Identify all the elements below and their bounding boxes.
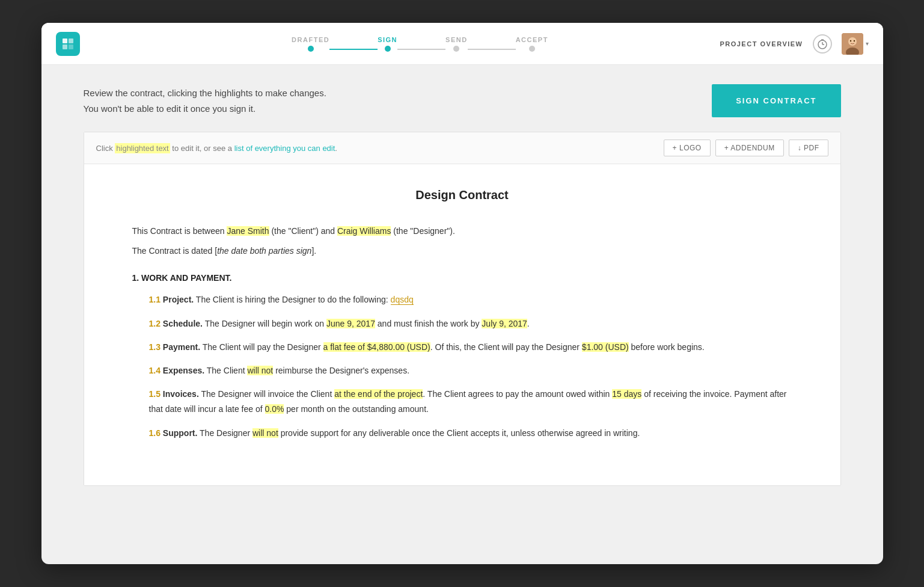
step-drafted-label: DRAFTED: [292, 36, 329, 43]
avatar: [842, 33, 863, 55]
subsection-1-6: 1.6 Support. The Designer will not provi…: [149, 426, 792, 441]
review-line1: Review the contract, clicking the highli…: [84, 85, 326, 101]
svg-point-12: [853, 40, 854, 41]
step-send-label: SEND: [445, 36, 468, 43]
hint-middle: to edit it, or see a: [170, 144, 234, 153]
client-name[interactable]: Jane Smith: [227, 226, 269, 236]
sub-1-1-title: Project.: [163, 295, 194, 304]
review-text: Review the contract, clicking the highli…: [84, 85, 326, 116]
sub-1-3-prefix: The Client will pay the Designer: [200, 342, 323, 352]
pdf-button[interactable]: ↓ PDF: [789, 140, 828, 156]
sub-1-2-date1[interactable]: June 9, 2017: [326, 319, 375, 328]
sub-1-5-prefix: The Designer will invoice the Client: [199, 389, 334, 399]
contract-dated: The Contract is dated [the date both par…: [132, 244, 792, 259]
sub-1-3-payment2[interactable]: $1.00 (USD): [582, 342, 629, 352]
contract-title: Design Contract: [132, 188, 792, 202]
step-line-2: [397, 49, 445, 50]
sign-contract-button[interactable]: SIGN CONTRACT: [712, 84, 840, 117]
nav-steps: DRAFTED SIGN SEND: [128, 36, 712, 52]
sub-1-3-num: 1.3: [149, 342, 163, 352]
dated-suffix: ].: [311, 246, 316, 256]
sub-1-2-title: Schedule.: [163, 319, 203, 328]
subsection-1-2: 1.2 Schedule. The Designer will begin wo…: [149, 316, 792, 331]
step-accept-label: ACCEPT: [516, 36, 548, 43]
step-drafted[interactable]: DRAFTED: [292, 36, 329, 52]
sub-1-5-num: 1.5: [149, 389, 163, 399]
svg-rect-3: [69, 45, 73, 49]
designer-name[interactable]: Craig Williams: [337, 226, 391, 236]
subsection-1-5: 1.5 Invoices. The Designer will invoice …: [149, 387, 792, 417]
sub-1-6-title: Support.: [163, 428, 198, 438]
main-content: Review the contract, clicking the highli…: [41, 65, 883, 486]
step-drafted-dot: [308, 46, 314, 52]
sub-1-5-invoice-time[interactable]: at the end of the project: [334, 389, 423, 399]
sub-1-5-suffix: per month on the outstanding amount.: [284, 404, 429, 414]
sub-1-5-mid: . The Client agrees to pay the amount ow…: [423, 389, 612, 399]
hint-suffix: .: [335, 144, 337, 153]
logo-area: [56, 32, 128, 56]
toolbar-buttons: + LOGO + ADDENDUM ↓ PDF: [664, 140, 828, 156]
sub-1-3-mid: . Of this, the Client will pay the Desig…: [430, 342, 582, 352]
sub-1-3-suffix: before work begins.: [629, 342, 705, 352]
step-sign-label: SIGN: [378, 36, 397, 43]
sub-1-6-suffix: provide support for any deliverable once…: [278, 428, 640, 438]
app-window: DRAFTED SIGN SEND: [41, 23, 883, 564]
section1-heading: 1. WORK AND PAYMENT.: [132, 273, 792, 283]
sub-1-1-prefix: The Client is hiring the Designer to do …: [194, 295, 390, 304]
sub-1-5-days[interactable]: 15 days: [612, 389, 641, 399]
timer-icon[interactable]: [813, 34, 832, 54]
hint-highlighted[interactable]: highlighted text: [115, 143, 170, 153]
svg-rect-1: [69, 38, 73, 43]
sub-1-3-title: Payment.: [163, 342, 200, 352]
sub-1-4-title: Expenses.: [163, 366, 204, 375]
sub-1-4-suffix: reimburse the Designer's expenses.: [273, 366, 409, 375]
subsection-1-4: 1.4 Expenses. The Client will not reimbu…: [149, 363, 792, 378]
logo-button[interactable]: + LOGO: [664, 140, 711, 156]
step-line-3: [468, 49, 516, 50]
sub-1-2-date2[interactable]: July 9, 2017: [482, 319, 527, 328]
header: DRAFTED SIGN SEND: [41, 23, 883, 65]
review-banner: Review the contract, clicking the highli…: [84, 65, 841, 132]
addendum-button[interactable]: + ADDENDUM: [715, 140, 784, 156]
sub-1-6-prefix: The Designer: [197, 428, 252, 438]
avatar-dropdown-arrow: ▾: [866, 40, 869, 47]
app-logo-icon: [56, 32, 80, 56]
sub-1-1-highlighted[interactable]: dqsdq: [391, 295, 414, 305]
intro-suffix: (the "Designer").: [391, 226, 454, 236]
dated-prefix: The Contract is dated [: [132, 246, 218, 256]
step-send[interactable]: SEND: [445, 36, 468, 52]
step-sign[interactable]: SIGN: [378, 36, 397, 52]
sub-1-4-prefix: The Client: [204, 366, 247, 375]
toolbar-hint: Click highlighted text to edit it, or se…: [96, 144, 337, 153]
step-sign-dot: [385, 46, 391, 52]
project-overview-button[interactable]: PROJECT OVERVIEW: [720, 40, 803, 48]
user-menu[interactable]: ▾: [842, 33, 869, 55]
subsection-1-1: 1.1 Project. The Client is hiring the De…: [149, 292, 792, 307]
step-line-1: [329, 49, 378, 50]
sub-1-2-num: 1.2: [149, 319, 163, 328]
contract-toolbar: Click highlighted text to edit it, or se…: [84, 132, 840, 164]
svg-point-9: [848, 37, 857, 46]
contract-intro: This Contract is between Jane Smith (the…: [132, 224, 792, 239]
contract-document: Design Contract This Contract is between…: [84, 164, 840, 485]
intro-prefix: This Contract is between: [132, 226, 227, 236]
sub-1-1-num: 1.1: [149, 295, 163, 304]
intro-middle1: (the "Client") and: [269, 226, 337, 236]
sub-1-5-rate[interactable]: 0.0%: [265, 404, 284, 414]
dated-bracketed: the date both parties sign: [217, 246, 311, 256]
subsection-1-3: 1.3 Payment. The Client will pay the Des…: [149, 340, 792, 355]
sub-1-5-title: Invoices.: [163, 389, 199, 399]
step-accept[interactable]: ACCEPT: [516, 36, 548, 52]
sub-1-4-will-not[interactable]: will not: [247, 366, 273, 375]
step-send-dot: [453, 46, 459, 52]
svg-rect-0: [63, 38, 67, 43]
sub-1-2-mid: and must finish the work by: [375, 319, 482, 328]
review-line2: You won't be able to edit it once you si…: [84, 101, 326, 117]
hint-link[interactable]: list of everything you can edit: [234, 144, 335, 153]
sub-1-4-num: 1.4: [149, 366, 163, 375]
sub-1-2-prefix: The Designer will begin work on: [203, 319, 326, 328]
step-accept-dot: [529, 46, 535, 52]
sub-1-3-payment1[interactable]: a flat fee of $4,880.00 (USD): [323, 342, 430, 352]
sub-1-6-will-not[interactable]: will not: [252, 428, 278, 438]
svg-rect-2: [63, 45, 67, 49]
